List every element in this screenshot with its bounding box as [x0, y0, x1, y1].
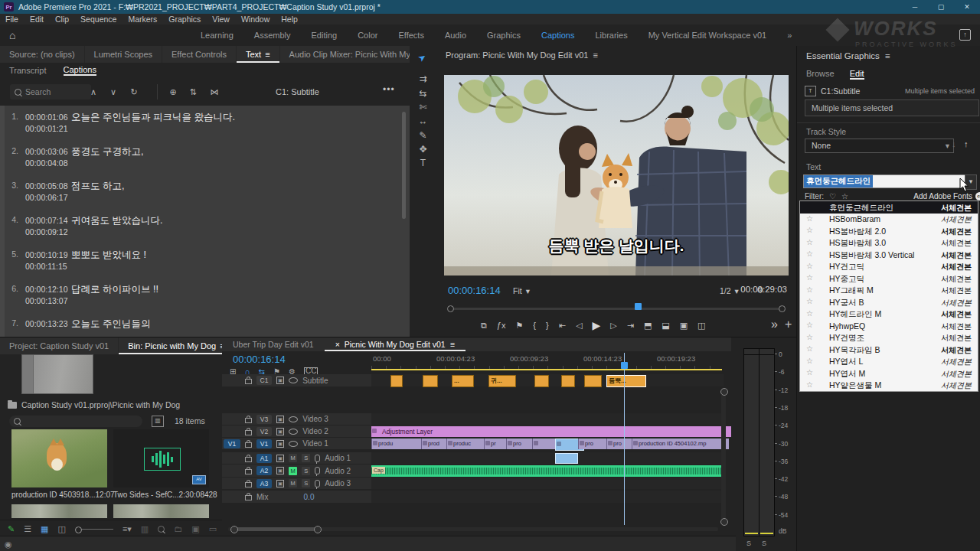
menu-sequence[interactable]: Sequence [80, 15, 116, 24]
mute-button[interactable]: M [289, 454, 297, 462]
audio2-track-content[interactable]: Cap [371, 465, 724, 477]
lift-icon[interactable]: ⬒ [644, 321, 652, 331]
timeline-ruler[interactable]: 00:0000:00:04:2300:00:09:2300:00:14:2300… [371, 353, 724, 370]
timeline-horizontal-scrollbar[interactable] [228, 527, 718, 531]
panel-tab-text[interactable]: Text≡ [237, 46, 280, 63]
close-button[interactable]: ✕ [954, 3, 980, 11]
caption-clip[interactable] [561, 375, 575, 387]
track-lock-icon[interactable] [245, 469, 252, 474]
project-tab-project-caption-study-v01[interactable]: Project: Caption Study v01 [0, 337, 119, 354]
favorite-star-icon[interactable]: ☆ [806, 309, 813, 318]
sync-lock-icon[interactable]: ▣ [276, 416, 284, 423]
comparison-view-icon[interactable]: ◫ [697, 321, 705, 331]
caption-text[interactable]: 풍경도 구경하고, [71, 145, 143, 158]
workspace-tab-audio[interactable]: Audio [445, 31, 466, 40]
caption-row[interactable]: 3.00:00:05:0800:00:06:17점프도 하고, [0, 174, 410, 209]
track-lock-icon[interactable] [245, 442, 252, 448]
menu-graphics[interactable]: Graphics [168, 15, 201, 24]
track-target-c1[interactable]: C1 [256, 376, 272, 385]
track-lock-icon[interactable] [245, 495, 252, 500]
video3-track-content[interactable] [371, 413, 724, 425]
font-option-selected[interactable]: 휴먼둥근헤드라인서체견본 [800, 201, 978, 214]
workspace-tab-graphics[interactable]: Graphics [487, 31, 521, 40]
track-lock-icon[interactable] [245, 430, 252, 435]
effects-icon[interactable]: ƒx [497, 321, 506, 330]
share-icon[interactable]: ↑ [959, 29, 971, 41]
video1-track-content[interactable]: produprodproducprproproproproduction ID … [371, 438, 724, 449]
caption-text[interactable]: 답례로 하이파이브 !! [71, 283, 158, 296]
favorite-star-icon[interactable]: ☆ [806, 321, 813, 329]
automate-to-sequence-icon[interactable]: ▥ [141, 524, 149, 534]
workspace-tab-captions[interactable]: Captions [541, 31, 574, 40]
track-target-v3[interactable]: V3 [256, 415, 272, 424]
partial-thumbnail[interactable] [113, 504, 209, 518]
slip-tool-icon[interactable]: ↔ [410, 116, 436, 129]
new-bin-icon[interactable]: 🗀 [174, 524, 182, 533]
font-option[interactable]: ☆HS봄바람체 3.0 Vertical서체견본 [800, 249, 978, 261]
mute-button[interactable]: M [289, 467, 297, 475]
eg-tab-edit[interactable]: Edit [850, 69, 864, 80]
clear-icon[interactable]: ▭ [209, 524, 217, 534]
favorite-star-icon[interactable]: ☆ [806, 238, 813, 246]
tab-transcript[interactable]: Transcript [9, 66, 47, 75]
sync-lock-icon[interactable]: ▣ [276, 480, 284, 487]
solo-left-button[interactable]: S [746, 540, 751, 547]
caption-clip[interactable]: 듬뿍... [606, 375, 646, 387]
pen-tool-icon[interactable]: ✎ [410, 130, 436, 144]
scroll-knob[interactable] [230, 526, 238, 533]
play-icon[interactable]: ▶ [592, 319, 600, 331]
track-header-a1[interactable]: A1▣MSAudio 1 [222, 452, 394, 464]
find-icon[interactable] [158, 526, 165, 533]
caption-clip[interactable] [584, 375, 602, 387]
thumbnail-zoom-slider[interactable] [75, 529, 113, 530]
caption-row[interactable]: 1.00:00:01:0600:00:01:21오늘은 주인님들과 피크닉을 왔… [0, 106, 410, 140]
font-option[interactable]: ☆HY엽서 M서체견본 [800, 367, 978, 380]
font-option[interactable]: ☆HS봄바람체 2.0서체견본 [800, 225, 978, 237]
scrubber-track[interactable] [452, 308, 781, 310]
add-marker-icon[interactable]: ⚑ [515, 321, 523, 331]
caption-clip[interactable] [534, 375, 549, 387]
track-select-tool-icon[interactable]: ⇉ [410, 73, 436, 87]
clip-card-video[interactable]: production ID 4503918... 12:07 [11, 429, 107, 499]
track-style-select[interactable]: None ▾ [805, 139, 954, 153]
track-header-a2[interactable]: A2▣MSAudio 2 [222, 465, 394, 477]
tab-captions[interactable]: Captions [64, 65, 96, 76]
font-option[interactable]: ☆HY얕은샘물 M서체견본 [800, 380, 978, 392]
step-forward-icon[interactable]: ▷ [610, 321, 616, 331]
toggle-track-output-icon[interactable] [289, 441, 298, 447]
search-filter-icon[interactable]: ▥ [152, 416, 164, 427]
export-frame-icon[interactable]: ▣ [680, 321, 688, 331]
timeline-timecode[interactable]: 00:00:16:14 [233, 354, 286, 365]
track-target-v2[interactable]: V2 [256, 427, 272, 436]
panel-more-button[interactable]: ••• [383, 84, 395, 95]
transport-overflow-icon[interactable]: » [771, 318, 778, 331]
style-upload-icon[interactable]: ↑ [964, 139, 969, 148]
go-to-out-icon[interactable]: ⇥ [627, 321, 634, 331]
menu-file[interactable]: File [5, 15, 18, 24]
mute-button[interactable]: M [289, 479, 297, 487]
workspace-tab-learning[interactable]: Learning [201, 31, 234, 40]
list-view-icon[interactable]: ☰ [24, 524, 31, 534]
track-lock-icon[interactable] [245, 379, 252, 384]
workspace-tab-editing[interactable]: Editing [312, 31, 338, 40]
sync-lock-icon[interactable]: ▣ [276, 455, 284, 462]
prev-caption-button[interactable]: ∧ [86, 84, 101, 99]
menu-markers[interactable]: Markers [128, 15, 157, 24]
favorite-star-icon[interactable]: ☆ [806, 273, 813, 282]
menu-edit[interactable]: Edit [30, 15, 44, 24]
favorite-star-icon[interactable]: ☆ [806, 333, 813, 341]
favorite-star-icon[interactable]: ☆ [806, 380, 813, 389]
favorite-star-icon[interactable]: ☆ [806, 368, 813, 377]
timeline-playhead[interactable] [624, 353, 625, 525]
toggle-track-output-icon[interactable] [289, 429, 298, 435]
favorite-star-icon[interactable]: ☆ [806, 285, 813, 294]
button-editor-icon[interactable]: + [785, 318, 792, 331]
toggle-track-output-icon[interactable] [289, 377, 298, 383]
step-back-icon[interactable]: ◁ [576, 321, 582, 331]
favorite-star-icon[interactable]: ☆ [806, 344, 813, 353]
audio1-track-content[interactable] [371, 452, 724, 464]
favorite-star-icon[interactable]: ☆ [806, 297, 813, 305]
workspace-tab-color[interactable]: Color [358, 31, 377, 40]
font-option[interactable]: ☆HY그래픽 M서체견본 [800, 285, 978, 297]
razor-tool-icon[interactable]: ✄ [410, 102, 436, 116]
